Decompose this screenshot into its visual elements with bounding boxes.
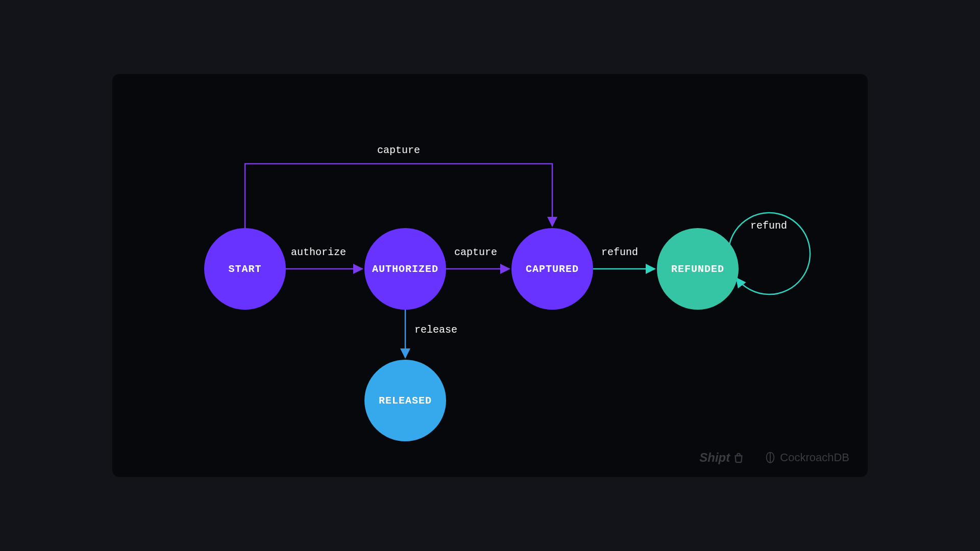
shipt-wordmark: Shipt — [699, 450, 730, 465]
edge-label-capture-top: capture — [377, 144, 420, 156]
branding-row: Shipt CockroachDB — [699, 450, 849, 465]
node-label: START — [228, 263, 261, 275]
cockroachdb-wordmark: CockroachDB — [780, 451, 849, 464]
node-captured: CAPTURED — [511, 228, 593, 310]
node-released: RELEASED — [364, 360, 446, 441]
node-label: REFUNDED — [671, 263, 724, 275]
shipt-logo: Shipt — [699, 450, 744, 465]
edge-label-capture-main: capture — [454, 246, 497, 258]
node-label: CAPTURED — [526, 263, 579, 275]
state-diagram: authorize capture refund capture release… — [112, 74, 868, 477]
node-refunded: REFUNDED — [657, 228, 739, 310]
edge-label-authorize: authorize — [291, 246, 346, 258]
edge-label-refund: refund — [601, 246, 638, 258]
node-start: START — [204, 228, 286, 310]
edge-label-refund-self: refund — [750, 220, 787, 232]
node-label: AUTHORIZED — [372, 263, 438, 275]
bag-icon — [733, 452, 744, 463]
edge-label-release: release — [414, 324, 457, 336]
node-label: RELEASED — [379, 395, 432, 407]
cockroachdb-logo: CockroachDB — [765, 451, 849, 464]
node-authorized: AUTHORIZED — [364, 228, 446, 310]
cockroach-icon — [765, 451, 776, 464]
